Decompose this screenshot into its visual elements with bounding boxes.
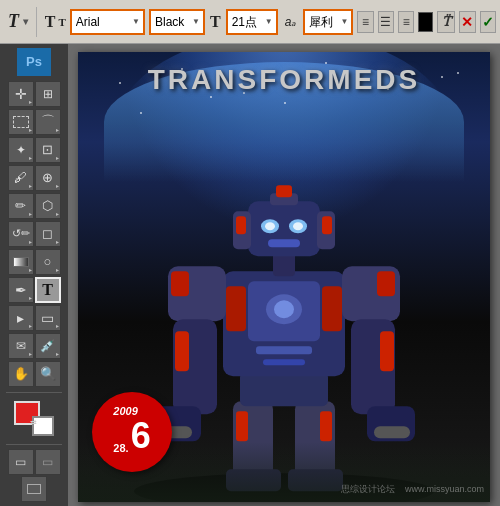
svg-rect-14 [256,346,312,354]
svg-rect-18 [171,271,189,296]
shape-tool[interactable]: ▭ ▸ [35,305,61,331]
cancel-btn[interactable]: ✕ [459,11,475,33]
font-size-select[interactable]: 21点 [232,15,272,29]
badge-month: 6 [131,418,151,454]
lasso-tool[interactable]: ⌒ ▸ [35,109,61,135]
tool-row-4: 🖋 ▸ ⊕ ▸ [8,165,61,191]
notes-tool[interactable]: ✉ ▸ [8,333,34,359]
font-size-t-icon: T T [45,13,66,31]
crop-tool[interactable]: ⊡ ▸ [35,137,61,163]
quick-mask-btn[interactable]: ▭ [35,449,61,475]
text-tool[interactable]: T [35,277,61,303]
font-size-dropdown[interactable]: 21点 ▼ [226,9,278,35]
tool-row-9: ▸ ▸ ▭ ▸ [8,305,61,331]
align-right-btn[interactable]: ≡ [398,11,414,33]
marquee-icon [13,116,29,128]
heal-tool[interactable]: ⊕ ▸ [35,165,61,191]
svg-rect-30 [236,216,246,234]
lasso-icon: ⌒ [41,113,55,131]
smooth-select[interactable]: 犀利 [309,15,347,29]
quick-mask-icon: ▭ [42,455,53,469]
font-style-select[interactable]: Black [155,15,199,29]
font-t-big: T [45,13,56,31]
screen-mode-row [21,476,47,502]
crop-icon: ⊡ [42,142,53,157]
gradient-icon [13,257,29,267]
eraser-tool[interactable]: ◻ ▸ [35,221,61,247]
eyedrop-tool[interactable]: 🖋 ▸ [8,165,34,191]
gradient-tool[interactable]: ▸ [8,249,34,275]
tool-divider-2 [6,444,62,445]
corner-arrow: ▸ [29,266,32,273]
font-name-dropdown[interactable]: Arial ▼ [70,9,145,35]
svg-rect-3 [236,411,248,441]
star [284,102,286,104]
artboard-icon: ⊞ [43,87,53,101]
corner-arrow: ▸ [29,350,32,357]
tool-row-6: ↺✏ ▸ ◻ ▸ [8,221,61,247]
tool-row-1: ✛ ▸ ⊞ [8,81,61,107]
badge-day: 28. [113,443,128,454]
tool-row-10: ✉ ▸ 💉 ▸ [8,333,61,359]
svg-rect-11 [322,286,342,331]
pen-icon: ✒ [15,282,27,298]
watermark-left-text: 思综设计论坛 [341,484,395,494]
font-style-dropdown[interactable]: Black ▼ [149,9,205,35]
cancel-icon: ✕ [461,14,473,30]
magic-wand-tool[interactable]: ✦ ▸ [8,137,34,163]
pen-tool[interactable]: ✒ ▸ [8,277,34,303]
artboard-tool[interactable]: ⊞ [35,81,61,107]
dodge-icon: ○ [44,254,52,269]
smooth-dropdown[interactable]: 犀利 ▼ [303,9,353,35]
marquee-tool[interactable]: ▸ [8,109,34,135]
standard-mode-btn[interactable]: ▭ [8,449,34,475]
text-color-btn[interactable] [418,12,433,32]
star [140,112,142,114]
eraser-icon: ◻ [42,226,53,241]
text-icon: T [42,281,53,299]
corner-arrow: ▸ [56,182,59,189]
quick-mask-row: ▭ ▭ [8,449,61,475]
heal-icon: ⊕ [42,170,53,185]
aa-label: aₐ [282,15,300,29]
svg-point-35 [293,222,303,230]
hand-icon: ✋ [13,366,29,381]
warp-text-btn[interactable]: T̈ [437,11,455,33]
svg-rect-15 [263,359,305,365]
history-brush-tool[interactable]: ↺✏ ▸ [8,221,34,247]
svg-point-13 [274,300,294,318]
tool-divider [6,392,62,393]
svg-point-34 [265,222,275,230]
svg-rect-4 [320,411,332,441]
dodge-tool[interactable]: ○ ▸ [35,249,61,275]
screen-mode-btn[interactable] [21,476,47,502]
tool-row-7: ▸ ○ ▸ [8,249,61,275]
path-select-tool[interactable]: ▸ ▸ [8,305,34,331]
eyedropper-tool[interactable]: 💉 ▸ [35,333,61,359]
font-name-arrow: ▼ [132,17,140,26]
star [210,96,212,98]
text-tool-icon: T [4,9,23,34]
svg-rect-36 [268,239,300,247]
corner-arrow: ▸ [56,266,59,273]
switch-colors-icon[interactable]: ⇄ [30,418,42,428]
svg-rect-40 [374,426,410,438]
tool-row-3: ✦ ▸ ⊡ ▸ [8,137,61,163]
eyedrop-icon: 🖋 [14,170,27,185]
screen-mode-icon [27,484,41,494]
hand-tool[interactable]: ✋ [8,361,34,387]
svg-rect-27 [248,201,320,256]
zoom-tool[interactable]: 🔍 [35,361,61,387]
zoom-icon: 🔍 [40,366,56,381]
brush-tool[interactable]: ✏ ▸ [8,193,34,219]
font-name-select[interactable]: Arial [76,15,115,29]
stamp-tool[interactable]: ⬡ ▸ [35,193,61,219]
align-left-btn[interactable]: ≡ [357,11,373,33]
move-tool[interactable]: ✛ ▸ [8,81,34,107]
svg-rect-23 [380,331,394,371]
corner-arrow: ▸ [56,238,59,245]
red-badge: 2009 28. 6 [92,392,172,472]
align-center-btn[interactable]: ☰ [378,11,394,33]
confirm-btn[interactable]: ✓ [480,11,496,33]
watermark: 思综设计论坛 www.missyuan.com [341,483,484,496]
